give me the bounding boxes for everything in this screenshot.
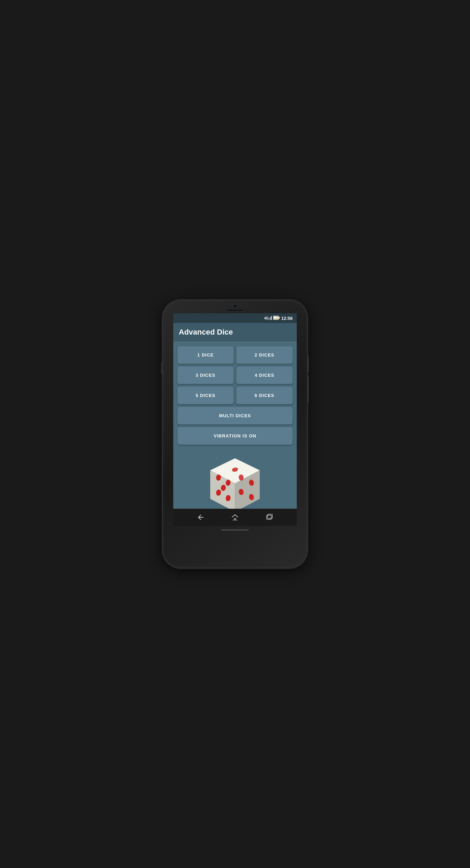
home-indicator xyxy=(221,529,249,531)
btn-multi-dices[interactable]: MULTI DICES xyxy=(177,407,293,424)
btn-1-dice[interactable]: 1 DICE xyxy=(177,346,234,364)
status-icons: 4G ⚡ 12:56 xyxy=(264,315,293,321)
signal-icon: 4G xyxy=(264,315,272,321)
phone-device: 4G ⚡ 12:56 xyxy=(163,300,307,568)
btn-2-dices[interactable]: 2 DICES xyxy=(236,346,293,364)
back-button[interactable] xyxy=(194,510,208,524)
home-button[interactable] xyxy=(228,510,242,524)
navigation-bar xyxy=(173,509,297,526)
phone-bottom xyxy=(221,526,249,536)
svg-rect-2 xyxy=(270,317,271,320)
svg-text:⚡: ⚡ xyxy=(275,316,278,320)
svg-rect-1 xyxy=(269,318,270,320)
camera xyxy=(233,304,237,308)
svg-rect-33 xyxy=(268,514,272,518)
btn-6-dices[interactable]: 6 DICES xyxy=(236,387,293,404)
app-header: Advanced Dice xyxy=(173,323,297,341)
battery-icon: ⚡ xyxy=(273,315,280,321)
svg-text:4G: 4G xyxy=(264,316,269,320)
btn-4-dices[interactable]: 4 DICES xyxy=(236,366,293,384)
recents-button[interactable] xyxy=(262,510,276,524)
app-title: Advanced Dice xyxy=(179,328,291,337)
btn-vibration[interactable]: VIBRATION IS ON xyxy=(177,427,293,445)
svg-rect-32 xyxy=(267,515,271,519)
svg-rect-5 xyxy=(279,317,280,319)
phone-top xyxy=(163,300,307,313)
status-bar: 4G ⚡ 12:56 xyxy=(173,313,297,323)
btn-3-dices[interactable]: 3 DICES xyxy=(177,366,234,384)
dice-3d-image xyxy=(201,451,269,509)
buttons-grid: 1 DICE 2 DICES 3 DICES 4 DICES 5 DICES 6… xyxy=(173,341,297,447)
svg-rect-3 xyxy=(271,316,272,320)
speaker xyxy=(226,309,244,311)
volume-button xyxy=(161,362,163,374)
btn-5-dices[interactable]: 5 DICES xyxy=(177,387,234,404)
dice-image-area xyxy=(173,447,297,509)
app-content: Advanced Dice 1 DICE 2 DICES 3 DICES 4 D… xyxy=(173,323,297,509)
phone-screen: 4G ⚡ 12:56 xyxy=(173,313,297,526)
status-time: 12:56 xyxy=(281,316,293,321)
